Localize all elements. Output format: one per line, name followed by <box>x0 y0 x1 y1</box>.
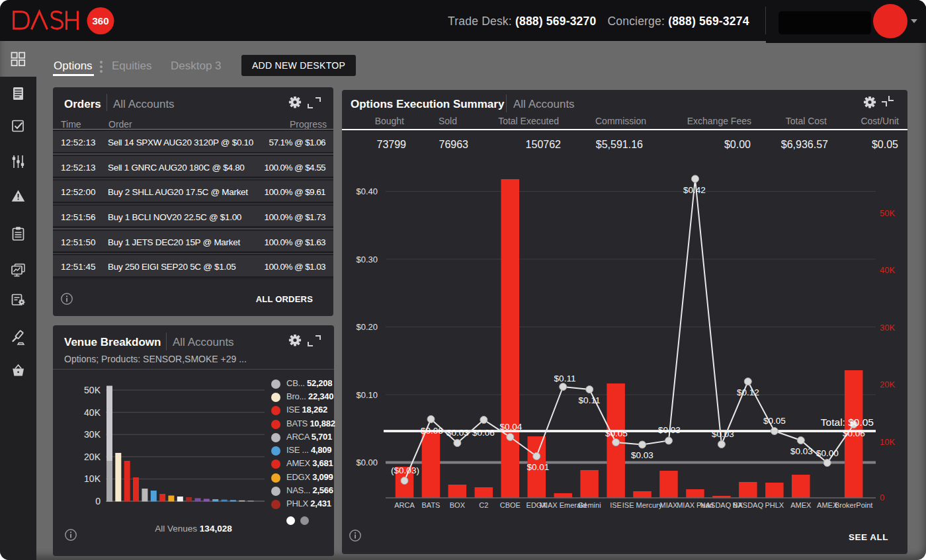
svg-text:ISE Mercury: ISE Mercury <box>622 501 663 509</box>
svg-text:ISE: ISE <box>610 501 622 509</box>
svg-text:$0.12: $0.12 <box>737 387 759 397</box>
svg-text:Gemini: Gemini <box>578 501 601 509</box>
svg-text:$0.30: $0.30 <box>356 255 378 264</box>
svg-text:CBOE: CBOE <box>500 501 521 509</box>
svg-text:$0.00: $0.00 <box>816 448 839 458</box>
svg-text:NASDAQ: NASDAQ <box>733 501 764 509</box>
svg-text:$0.11: $0.11 <box>554 374 576 383</box>
svg-text:20K: 20K <box>880 380 895 389</box>
svg-text:$0.03: $0.03 <box>658 425 681 435</box>
svg-text:30K: 30K <box>880 323 895 333</box>
svg-text:$0.06: $0.06 <box>843 428 865 438</box>
svg-text:$0.03: $0.03 <box>631 450 653 460</box>
svg-text:40K: 40K <box>880 265 895 275</box>
svg-text:10K: 10K <box>84 473 101 484</box>
svg-text:$0.01: $0.01 <box>527 462 550 472</box>
svg-text:BOX: BOX <box>450 501 466 509</box>
svg-text:BrokerPoint: BrokerPoint <box>835 501 872 509</box>
svg-text:$0.00: $0.00 <box>356 458 378 467</box>
svg-text:$0.40: $0.40 <box>356 186 378 196</box>
svg-text:$0.06: $0.06 <box>472 428 495 438</box>
svg-text:$0.03: $0.03 <box>712 429 734 439</box>
svg-text:BATS: BATS <box>422 501 441 509</box>
svg-text:$0.03: $0.03 <box>446 428 469 438</box>
svg-text:10K: 10K <box>880 437 895 447</box>
svg-text:$0.03: $0.03 <box>790 446 813 456</box>
svg-text:50K: 50K <box>84 385 101 395</box>
svg-text:30K: 30K <box>84 429 101 440</box>
svg-text:MIAX: MIAX <box>660 501 679 509</box>
svg-text:PHLX: PHLX <box>765 501 784 509</box>
svg-text:ARCA: ARCA <box>394 501 415 509</box>
svg-text:$0.06: $0.06 <box>421 426 443 436</box>
svg-text:$0.42: $0.42 <box>683 185 706 195</box>
svg-text:$0.11: $0.11 <box>579 395 601 405</box>
svg-text:0: 0 <box>95 496 101 506</box>
svg-text:50K: 50K <box>880 208 895 218</box>
svg-text:AMEX: AMEX <box>790 501 812 509</box>
svg-text:$0.05: $0.05 <box>763 416 786 426</box>
svg-text:Total: $0.05: Total: $0.05 <box>821 417 874 428</box>
svg-text:$0.20: $0.20 <box>356 322 378 332</box>
svg-text:$0.04: $0.04 <box>500 422 523 432</box>
svg-text:$0.10: $0.10 <box>356 390 378 400</box>
svg-text:$0.05: $0.05 <box>605 428 628 438</box>
svg-text:0: 0 <box>880 493 884 502</box>
svg-text:C2: C2 <box>479 501 488 509</box>
svg-text:($0.03): ($0.03) <box>391 465 419 475</box>
svg-text:40K: 40K <box>84 407 101 418</box>
svg-text:360: 360 <box>92 15 108 26</box>
svg-text:20K: 20K <box>84 452 101 462</box>
